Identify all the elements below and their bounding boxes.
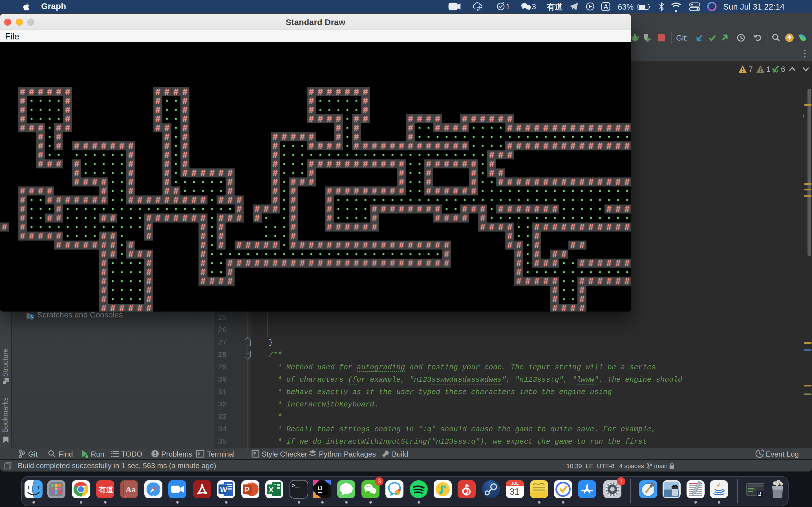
svg-text:#: # xyxy=(155,105,161,115)
svg-text:#: # xyxy=(606,177,612,187)
svg-text:#: # xyxy=(589,177,594,187)
svg-text:#: # xyxy=(56,240,61,250)
svg-text:1: 1 xyxy=(506,3,510,11)
svg-text:#: # xyxy=(218,231,224,241)
svg-text:#: # xyxy=(363,105,368,115)
svg-text:#: # xyxy=(589,223,594,232)
svg-text:#: # xyxy=(543,123,549,133)
svg-text:#: # xyxy=(128,159,134,169)
svg-text:#: # xyxy=(255,240,260,250)
svg-text:#: # xyxy=(336,123,341,133)
svg-text:#: # xyxy=(598,223,603,232)
svg-text:#: # xyxy=(543,205,549,214)
svg-text:#: # xyxy=(20,105,26,115)
svg-text:#: # xyxy=(146,214,152,223)
svg-text:#: # xyxy=(507,114,513,124)
svg-text:#: # xyxy=(246,259,251,269)
svg-text:#: # xyxy=(255,214,260,223)
svg-text:#: # xyxy=(435,240,441,250)
svg-text:#: # xyxy=(38,87,43,97)
svg-text:#: # xyxy=(363,223,368,232)
svg-text:#: # xyxy=(20,205,26,214)
svg-text:#: # xyxy=(65,105,70,115)
svg-text:#: # xyxy=(444,240,449,250)
svg-text:#: # xyxy=(552,295,558,304)
svg-text:#: # xyxy=(372,186,377,196)
svg-text:#: # xyxy=(227,195,233,205)
svg-text:#: # xyxy=(570,240,576,250)
svg-text:#: # xyxy=(525,277,530,286)
svg-text:#: # xyxy=(552,177,558,187)
svg-text:#: # xyxy=(146,286,152,295)
svg-text:#: # xyxy=(38,132,43,142)
svg-text:#: # xyxy=(65,114,70,124)
svg-text:#: # xyxy=(606,223,612,232)
svg-text:#: # xyxy=(56,123,61,133)
svg-text:#: # xyxy=(110,240,116,250)
svg-text:#: # xyxy=(318,240,323,250)
svg-text:#: # xyxy=(354,114,359,124)
svg-text:3: 3 xyxy=(532,3,536,11)
svg-text:#: # xyxy=(372,142,377,151)
svg-text:#: # xyxy=(183,142,188,151)
svg-text:#: # xyxy=(444,249,449,260)
svg-text:#: # xyxy=(218,214,224,223)
svg-text:#: # xyxy=(480,214,486,223)
svg-text:#: # xyxy=(146,295,152,304)
svg-text:#: # xyxy=(372,159,377,169)
svg-text:#: # xyxy=(146,268,152,277)
svg-text:#: # xyxy=(408,132,413,142)
svg-text:#: # xyxy=(291,195,296,205)
svg-text:#: # xyxy=(273,151,278,160)
svg-text:#: # xyxy=(74,168,80,178)
svg-text:#: # xyxy=(552,142,558,151)
svg-text:#: # xyxy=(192,214,197,223)
svg-text:#: # xyxy=(47,195,52,205)
svg-text:#: # xyxy=(65,240,70,250)
svg-text:#: # xyxy=(570,304,576,312)
svg-text:#: # xyxy=(408,205,413,214)
svg-text:#: # xyxy=(183,87,188,97)
svg-text:#: # xyxy=(426,114,432,124)
svg-text:#: # xyxy=(390,142,395,151)
svg-text:#: # xyxy=(309,96,314,106)
svg-text:#: # xyxy=(462,123,467,133)
svg-text:#: # xyxy=(110,231,116,241)
svg-text:#: # xyxy=(74,240,80,250)
svg-text:#: # xyxy=(29,123,35,133)
svg-text:#: # xyxy=(598,259,603,269)
svg-text:#: # xyxy=(20,223,26,232)
svg-text:Git:: Git: xyxy=(676,34,688,42)
svg-text:IJ: IJ xyxy=(318,485,322,491)
svg-text:#: # xyxy=(462,142,467,151)
svg-text:#: # xyxy=(507,151,513,160)
svg-text:#: # xyxy=(552,223,558,232)
svg-text:#: # xyxy=(273,240,278,250)
svg-text:#: # xyxy=(209,168,215,178)
svg-text:#: # xyxy=(101,214,107,223)
svg-text:#: # xyxy=(291,186,296,196)
svg-text:#: # xyxy=(363,159,368,169)
svg-text:#: # xyxy=(20,186,26,196)
svg-text:#: # xyxy=(128,240,134,250)
svg-text:#: # xyxy=(128,168,134,178)
svg-text:IJ: IJ xyxy=(758,492,761,495)
svg-text:#: # xyxy=(146,277,152,286)
svg-text:#: # xyxy=(444,259,449,269)
svg-text:#: # xyxy=(101,304,107,312)
svg-text:#: # xyxy=(579,142,585,151)
svg-text:#: # xyxy=(336,223,341,232)
svg-text:#: # xyxy=(561,142,567,151)
svg-text:#: # xyxy=(606,277,612,286)
svg-text:#: # xyxy=(273,142,278,151)
svg-text:#: # xyxy=(615,259,621,269)
svg-text:#: # xyxy=(2,223,7,232)
svg-text:#: # xyxy=(435,114,441,124)
svg-text:#: # xyxy=(462,159,467,169)
svg-text:#: # xyxy=(146,304,152,312)
svg-text:#: # xyxy=(183,151,188,160)
svg-text:#: # xyxy=(435,159,441,169)
svg-text:#: # xyxy=(38,159,43,169)
svg-text:#: # xyxy=(282,259,287,269)
svg-text:#: # xyxy=(146,259,152,269)
